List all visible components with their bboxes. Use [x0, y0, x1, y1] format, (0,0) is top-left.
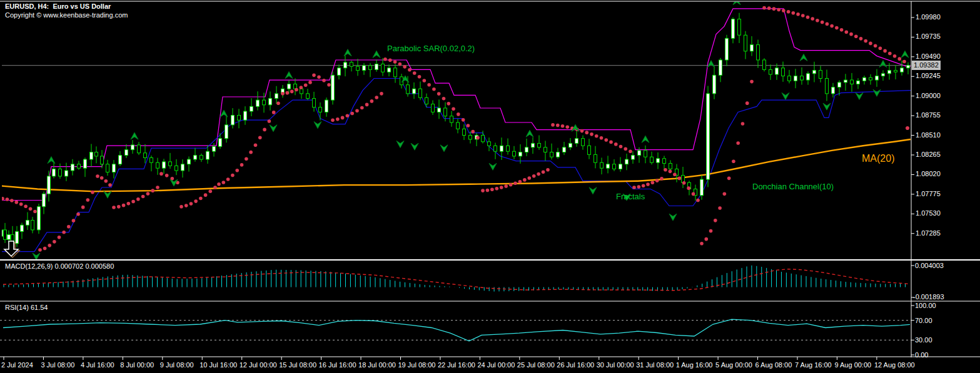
- parabolic-sar-label: Parabolic SAR(0.02,0.2): [387, 44, 475, 52]
- fractals-label: Fractals: [616, 192, 645, 201]
- price-axis-label: 1.08755: [916, 111, 941, 119]
- price-axis-label: 1.07285: [916, 229, 941, 237]
- time-axis-label: 5 Aug 00:00: [715, 361, 752, 369]
- ma20-label: MA(20): [862, 154, 894, 162]
- time-axis-label: 25 Jul 08:00: [517, 361, 555, 369]
- macd-max-label: 0.004003: [915, 262, 944, 269]
- copyright-label: Copyright © www.keenbase-trading.com: [5, 11, 128, 19]
- rsi-axis-label: 0.00: [915, 351, 928, 359]
- time-axis-label: 12 Jul 00:00: [240, 361, 277, 369]
- rsi-indicator-label: RSI(14) 61.54: [5, 304, 48, 312]
- time-axis-label: 15 Jul 08:00: [279, 361, 316, 369]
- price-axis-label: 1.09735: [916, 32, 941, 40]
- symbol-title: EURUSD, H4: Euro vs US Dollar: [5, 2, 111, 11]
- rsi-axis-label: 70.00: [915, 317, 932, 324]
- main-chart-surface[interactable]: [0, 2, 911, 260]
- time-axis-label: 10 Jul 16:00: [200, 361, 237, 369]
- price-axis-label: 1.08510: [916, 131, 941, 139]
- time-axis-label: 1 Aug 16:00: [676, 361, 713, 369]
- price-axis-label: 1.08020: [916, 170, 941, 177]
- time-axis-label: 18 Jul 00:00: [358, 361, 396, 369]
- time-axis-label: 22 Jul 16:00: [438, 361, 475, 369]
- time-axis-label: 19 Jul 08:00: [398, 361, 436, 369]
- time-axis-label: 30 Jul 00:00: [597, 361, 634, 369]
- time-axis-label: 16 Jul 16:00: [319, 361, 356, 369]
- time-axis-label: 9 Aug 00:00: [834, 361, 871, 369]
- time-axis-label: 7 Aug 16:00: [795, 361, 832, 369]
- price-axis-label: 1.08265: [916, 151, 941, 158]
- price-axis-label: 1.09490: [916, 52, 941, 60]
- time-axis-label: 3 Jul 08:00: [41, 361, 74, 369]
- time-axis-label: 9 Jul 08:00: [160, 361, 194, 369]
- time-axis-label: 12 Aug 08:00: [874, 361, 915, 369]
- time-axis-label: 2 Jul 2024: [1, 361, 33, 369]
- price-axis-label: 1.09245: [916, 72, 941, 79]
- time-axis-label: 6 Aug 08:00: [755, 361, 792, 369]
- macd-min-label: -0.001893: [913, 293, 944, 301]
- time-axis-label: 4 Jul 16:00: [81, 361, 114, 369]
- macd-surface[interactable]: [0, 261, 911, 301]
- time-axis-label: 31 Jul 08:00: [636, 361, 674, 369]
- rsi-surface[interactable]: [0, 302, 911, 357]
- time-axis-label: 24 Jul 00:00: [477, 361, 515, 369]
- price-axis-label: 1.09980: [916, 13, 941, 21]
- time-axis-label: 26 Jul 16:00: [557, 361, 594, 369]
- rsi-axis-label: 30.00: [915, 336, 932, 344]
- rsi-axis-label: 100.00: [915, 302, 936, 309]
- time-axis-label: 8 Jul 00:00: [120, 361, 154, 369]
- price-axis-label: 1.07775: [916, 190, 941, 197]
- mt4-chart-window: EURUSD, H4: Euro vs US Dollar Copyright …: [0, 0, 980, 373]
- donchian-channel-label: Donchian Channel(10): [752, 182, 834, 191]
- macd-indicator-label: MACD(12,26,9) 0.000702 0.000580: [5, 262, 114, 271]
- price-axis-label: 1.09000: [916, 92, 941, 99]
- current-price-badge: 1.09382: [912, 61, 941, 70]
- price-axis-label: 1.07530: [916, 209, 941, 217]
